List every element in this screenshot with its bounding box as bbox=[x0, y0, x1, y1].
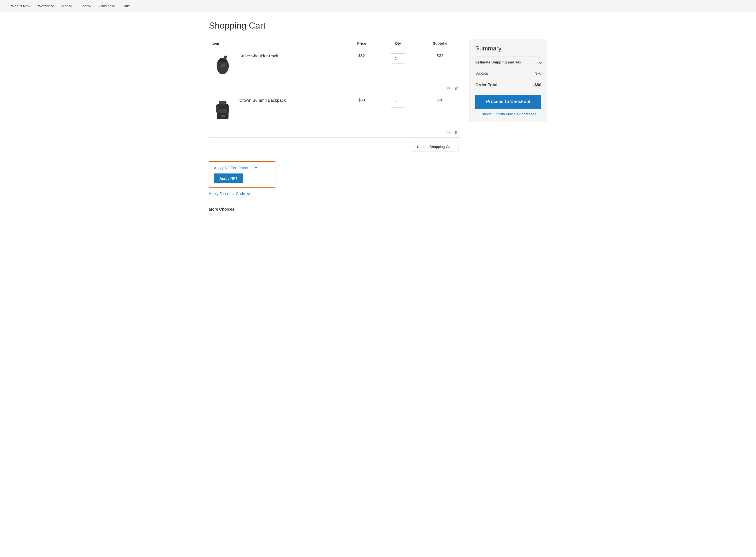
nav-item-whats-new[interactable]: What's New bbox=[11, 4, 30, 8]
estimate-shipping-row[interactable]: Estimate Shipping and Tax bbox=[475, 57, 541, 68]
multi-address-link[interactable]: Check Out with Multiple Addresses bbox=[475, 112, 541, 116]
cart-table: Item Price Qty Subtotal bbox=[209, 39, 461, 156]
delete-icon[interactable]: 🗑 bbox=[454, 86, 458, 91]
more-choices: More Choices: bbox=[209, 207, 461, 211]
chevron-down-icon bbox=[538, 61, 542, 64]
col-header-item: Item bbox=[209, 39, 346, 49]
edit-icon[interactable]: ✏ bbox=[447, 130, 451, 135]
shipping-label: Estimate Shipping and Tax bbox=[475, 60, 521, 64]
item-qty-cell bbox=[377, 49, 419, 83]
item-price: $38 bbox=[346, 93, 376, 127]
backpack-icon bbox=[213, 98, 232, 123]
subtotal-row: Subtotal $70 bbox=[475, 68, 541, 79]
checkout-button[interactable]: Proceed to Checkout bbox=[475, 95, 541, 109]
update-cart-button[interactable]: Update Shopping Cart bbox=[411, 142, 458, 152]
nft-discount-section: Apply Nft For Discount Apply NFT bbox=[209, 161, 275, 187]
nft-toggle[interactable]: Apply Nft For Discount bbox=[214, 166, 271, 170]
subtotal-value: $70 bbox=[535, 71, 541, 76]
discount-code-label: Apply Discount Code bbox=[209, 192, 245, 196]
col-header-price: Price bbox=[346, 39, 376, 49]
apply-nft-button[interactable]: Apply NFT bbox=[214, 174, 243, 183]
item-actions-row: ✏ 🗑 bbox=[209, 127, 461, 138]
item-name-cell: Strive Shoulder Pack bbox=[236, 49, 346, 83]
svg-rect-7 bbox=[221, 115, 225, 117]
nav-item-women[interactable]: Women bbox=[38, 4, 54, 8]
qty-input[interactable] bbox=[391, 98, 405, 108]
item-image-cell bbox=[209, 49, 236, 83]
product-image bbox=[212, 54, 234, 79]
col-header-qty: Qty bbox=[377, 39, 419, 49]
svg-rect-9 bbox=[228, 105, 229, 113]
item-name: Strive Shoulder Pack bbox=[239, 54, 278, 58]
summary-title: Summary bbox=[475, 45, 541, 52]
item-qty-cell bbox=[377, 93, 419, 127]
table-row: Crown Summit Backpack $38 $38 bbox=[209, 93, 461, 127]
nav-item-men[interactable]: Men bbox=[62, 4, 72, 8]
item-name: Crown Summit Backpack bbox=[239, 98, 286, 102]
chevron-down-icon bbox=[112, 4, 115, 7]
subtotal-label: Subtotal bbox=[475, 71, 489, 76]
update-cart-row: Update Shopping Cart bbox=[209, 138, 461, 156]
table-row: Strive Shoulder Pack $32 $32 bbox=[209, 49, 461, 83]
item-name-cell: Crown Summit Backpack bbox=[236, 93, 346, 127]
product-image bbox=[212, 98, 234, 123]
shoulder-pack-icon bbox=[213, 54, 232, 78]
order-total-row: Order Total $80 bbox=[475, 79, 541, 90]
navigation: What's New Women Men Gear Training Sale bbox=[0, 0, 756, 12]
table-header-row: Item Price Qty Subtotal bbox=[209, 39, 461, 49]
nav-item-sale[interactable]: Sale bbox=[122, 4, 130, 8]
item-actions-cell: ✏ 🗑 bbox=[209, 127, 461, 138]
cart-main: Item Price Qty Subtotal bbox=[209, 39, 461, 211]
chevron-down-icon bbox=[69, 4, 72, 7]
item-price: $32 bbox=[346, 49, 376, 83]
svg-rect-8 bbox=[216, 105, 218, 113]
nft-toggle-label: Apply Nft For Discount bbox=[214, 166, 253, 170]
order-total-value: $80 bbox=[534, 82, 541, 87]
item-actions-row: ✏ 🗑 bbox=[209, 83, 461, 93]
col-header-subtotal: Subtotal bbox=[419, 39, 461, 49]
item-subtotal: $38 bbox=[419, 93, 461, 127]
svg-rect-4 bbox=[219, 101, 226, 105]
delete-icon[interactable]: 🗑 bbox=[454, 130, 458, 135]
nav-item-training[interactable]: Training bbox=[99, 4, 115, 8]
item-subtotal: $32 bbox=[419, 49, 461, 83]
item-actions-cell: ✏ 🗑 bbox=[209, 83, 461, 93]
discount-code-toggle[interactable]: Apply Discount Code bbox=[209, 192, 461, 196]
item-image-cell bbox=[209, 93, 236, 127]
discount-sections: Apply Nft For Discount Apply NFT Apply D… bbox=[209, 161, 461, 196]
page-wrapper: Shopping Cart Item Price Qty Subtotal bbox=[198, 12, 558, 228]
summary-sidebar: Summary Estimate Shipping and Tax Subtot… bbox=[470, 39, 547, 122]
chevron-down-icon bbox=[88, 4, 91, 7]
chevron-up-icon bbox=[254, 167, 257, 170]
content-row: Item Price Qty Subtotal bbox=[209, 39, 547, 211]
nav-item-gear[interactable]: Gear bbox=[80, 4, 91, 8]
chevron-down-icon bbox=[51, 4, 54, 7]
order-total-label: Order Total bbox=[475, 82, 498, 87]
edit-icon[interactable]: ✏ bbox=[447, 86, 451, 91]
qty-input[interactable] bbox=[391, 54, 405, 63]
chevron-down-icon bbox=[247, 192, 250, 195]
page-title: Shopping Cart bbox=[209, 21, 547, 31]
